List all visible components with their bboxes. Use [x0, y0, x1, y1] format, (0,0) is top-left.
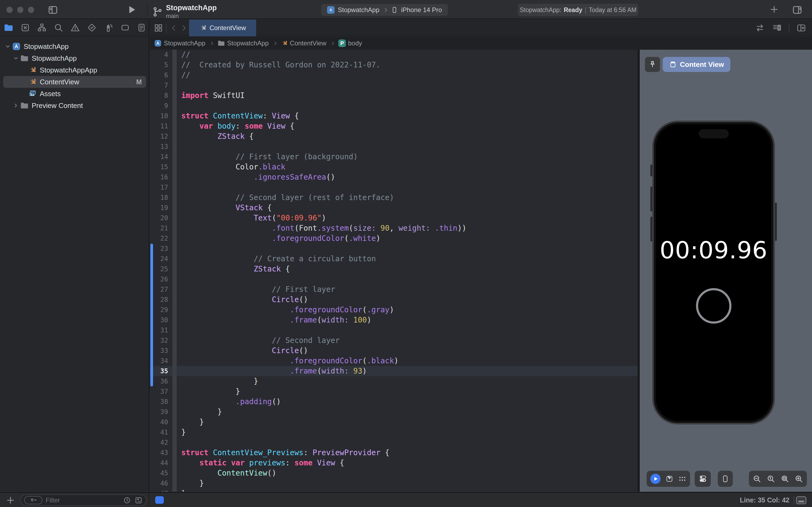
code-line-32[interactable]: 32 // Second layer	[150, 335, 638, 346]
zoom-100-icon[interactable]	[767, 474, 775, 483]
code-line-9[interactable]: 9	[150, 101, 638, 111]
code-line-18[interactable]: 18 // Second layer (rest of interface)	[150, 192, 638, 203]
device-outline-icon[interactable]	[721, 475, 729, 483]
code-line-21[interactable]: 21 .font(Font.system(size: 90, weight: .…	[150, 223, 638, 233]
editor-layout-icon[interactable]	[795, 496, 807, 505]
fold-ribbon[interactable]	[172, 203, 177, 213]
code-line-8[interactable]: 8import SwiftUI	[150, 91, 638, 101]
fold-ribbon[interactable]	[172, 142, 177, 152]
fold-ribbon[interactable]	[172, 346, 177, 356]
fold-ribbon[interactable]	[172, 70, 177, 80]
code-line-33[interactable]: 33 Circle()	[150, 346, 638, 356]
fold-ribbon[interactable]	[172, 101, 177, 111]
sidebar-item-contentview[interactable]: ContentViewM	[0, 76, 149, 88]
variants-grid-icon[interactable]	[678, 475, 686, 482]
filter-options-icon[interactable]	[24, 496, 43, 504]
fold-ribbon[interactable]	[172, 131, 177, 142]
fold-ribbon[interactable]	[172, 295, 177, 305]
search-icon[interactable]	[54, 23, 63, 33]
report-list-icon[interactable]	[137, 23, 146, 33]
breadcrumb-item[interactable]: StopwatchApp	[154, 40, 206, 47]
fold-ribbon[interactable]	[172, 376, 177, 386]
breadcrumb-item[interactable]: Pbody	[338, 40, 362, 47]
fold-ribbon[interactable]	[172, 50, 177, 60]
code-line-44[interactable]: 44 static var previews: some View {	[150, 458, 638, 468]
fold-ribbon[interactable]	[172, 315, 177, 325]
disclosure-chevron-icon[interactable]	[12, 103, 20, 109]
fold-ribbon[interactable]	[172, 264, 177, 274]
fold-ribbon[interactable]	[172, 325, 177, 335]
test-diamond-icon[interactable]	[87, 23, 97, 33]
code-line-22[interactable]: 22 .foregroundColor(.white)	[150, 233, 638, 243]
sidebar-item-preview-content[interactable]: Preview Content	[0, 100, 149, 111]
window-close-button[interactable]	[6, 7, 13, 13]
fold-ribbon[interactable]	[172, 172, 177, 182]
filter-field[interactable]: Filter	[20, 494, 147, 506]
scheme-selector[interactable]: StopwatchApp iPhone 14 Pro	[321, 4, 448, 16]
code-line-47[interactable]: 47}	[150, 489, 638, 492]
add-editor-icon[interactable]	[796, 23, 807, 33]
fold-ribbon[interactable]	[172, 233, 177, 243]
code-line-36[interactable]: 36 }	[150, 376, 638, 386]
pin-preview-button[interactable]	[645, 57, 660, 72]
fold-ribbon[interactable]	[172, 223, 177, 233]
code-line-19[interactable]: 19 VStack {	[150, 203, 638, 213]
fold-ribbon[interactable]	[172, 152, 177, 162]
fold-ribbon[interactable]	[172, 335, 177, 346]
editor-mode-indicator[interactable]	[155, 496, 164, 504]
code-line-30[interactable]: 30 .frame(width: 100)	[150, 315, 638, 325]
fold-ribbon[interactable]	[172, 468, 177, 478]
fold-ribbon[interactable]	[172, 305, 177, 315]
scheme-target[interactable]: StopwatchApp	[338, 6, 380, 14]
fold-ribbon[interactable]	[172, 121, 177, 131]
fold-ribbon[interactable]	[172, 407, 177, 417]
window-minimize-button[interactable]	[17, 7, 23, 13]
code-line-34[interactable]: 34 .foregroundColor(.black)	[150, 356, 638, 366]
code-line-46[interactable]: 46 }	[150, 478, 638, 489]
fold-ribbon[interactable]	[172, 91, 177, 101]
scheme-destination[interactable]: iPhone 14 Pro	[401, 6, 442, 14]
forward-icon[interactable]	[180, 23, 188, 33]
x-square-icon[interactable]	[20, 23, 30, 33]
code-line-31[interactable]: 31	[150, 325, 638, 335]
related-items-icon[interactable]	[154, 23, 163, 33]
code-line-28[interactable]: 28 Circle()	[150, 295, 638, 305]
fold-ribbon[interactable]	[172, 80, 177, 91]
fold-ribbon[interactable]	[172, 284, 177, 295]
library-add-icon[interactable]	[769, 5, 779, 14]
zoom-out-icon[interactable]	[753, 474, 761, 483]
navigator-toggle-icon[interactable]	[48, 5, 58, 15]
scheme-project-info[interactable]: StopwatchApp main	[152, 4, 217, 19]
fold-ribbon[interactable]	[172, 417, 177, 427]
sidebar-item-stopwatchapp[interactable]: StopwatchApp	[0, 41, 149, 52]
code-line-14[interactable]: 14 // First layer (background)	[150, 152, 638, 162]
code-line-23[interactable]: 23	[150, 243, 638, 254]
zoom-fit-icon[interactable]	[780, 474, 789, 483]
warning-icon[interactable]	[70, 23, 80, 33]
back-icon[interactable]	[170, 23, 178, 33]
code-line-12[interactable]: 12 ZStack {	[150, 131, 638, 142]
run-button[interactable]	[126, 4, 137, 15]
code-line-41[interactable]: 41}	[150, 427, 638, 438]
fold-ribbon[interactable]	[172, 111, 177, 121]
toggles-icon[interactable]	[698, 475, 707, 483]
code-line-7[interactable]: 7	[150, 80, 638, 91]
inspector-toggle-icon[interactable]	[792, 5, 802, 15]
add-file-icon[interactable]	[6, 496, 15, 505]
live-preview-button[interactable]	[650, 474, 660, 484]
code-line-38[interactable]: 38 .padding()	[150, 397, 638, 407]
hierarchy-icon[interactable]	[37, 23, 47, 33]
code-line-6[interactable]: 6//	[150, 70, 638, 80]
code-line-29[interactable]: 29 .foregroundColor(.gray)	[150, 305, 638, 315]
flags-filter-icon[interactable]	[134, 496, 143, 504]
code-line-35[interactable]: 35 .frame(width: 93)	[150, 366, 638, 376]
fold-ribbon[interactable]	[172, 397, 177, 407]
zoom-in-icon[interactable]	[795, 474, 803, 483]
code-line-5[interactable]: 5// Created by Russell Gordon on 2022-11…	[150, 60, 638, 70]
disclosure-chevron-icon[interactable]	[12, 55, 20, 61]
code-line-39[interactable]: 39 }	[150, 407, 638, 417]
sidebar-item-stopwatchapp[interactable]: StopwatchApp	[0, 52, 149, 64]
code-line-25[interactable]: 25 ZStack {	[150, 264, 638, 274]
fold-ribbon[interactable]	[172, 192, 177, 203]
preview-target-button[interactable]: Content View	[663, 57, 731, 72]
